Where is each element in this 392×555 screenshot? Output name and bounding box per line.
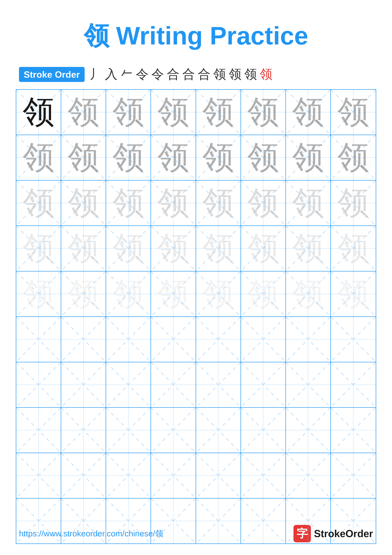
practice-char: 领 — [157, 96, 189, 128]
grid-cell[interactable]: 领 — [196, 271, 241, 316]
grid-cell[interactable]: 领 — [16, 226, 61, 271]
grid-cell[interactable] — [241, 362, 286, 407]
grid-cell[interactable] — [151, 362, 196, 407]
grid-row[interactable]: 领领领领领领领领 — [16, 135, 376, 181]
grid-cell[interactable]: 领 — [241, 226, 286, 271]
grid-cell[interactable]: 领 — [106, 135, 151, 180]
grid-cell[interactable]: 领 — [331, 90, 376, 135]
grid-cell[interactable]: 领 — [241, 271, 286, 316]
practice-char: 领 — [202, 142, 234, 173]
grid-cell[interactable]: 领 — [241, 181, 286, 226]
grid-cell[interactable] — [106, 317, 151, 362]
grid-cell[interactable] — [331, 362, 376, 407]
grid-cell[interactable]: 领 — [196, 181, 241, 226]
stroke-step-12: 领 — [260, 66, 272, 83]
grid-cell[interactable] — [151, 317, 196, 362]
grid-cell[interactable]: 领 — [196, 135, 241, 180]
grid-cell[interactable] — [196, 362, 241, 407]
grid-cell[interactable]: 领 — [286, 181, 331, 226]
grid-cell[interactable]: 领 — [106, 226, 151, 271]
grid-cell[interactable]: 领 — [106, 90, 151, 135]
grid-cell[interactable]: 领 — [241, 135, 286, 180]
grid-cell[interactable]: 领 — [151, 90, 196, 135]
grid-cell[interactable]: 领 — [16, 135, 61, 180]
grid-cell[interactable]: 领 — [61, 226, 106, 271]
cell-guide-lines — [196, 453, 241, 498]
cell-guide-lines — [151, 408, 195, 453]
grid-cell[interactable] — [331, 317, 376, 362]
grid-row[interactable] — [16, 317, 376, 362]
grid-cell[interactable]: 领 — [61, 90, 106, 135]
grid-cell[interactable] — [16, 453, 61, 498]
grid-cell[interactable] — [241, 453, 286, 498]
grid-row[interactable] — [16, 362, 376, 408]
grid-cell[interactable] — [106, 408, 151, 453]
grid-cell[interactable] — [151, 408, 196, 453]
grid-cell[interactable]: 领 — [61, 135, 106, 180]
practice-char: 领 — [247, 233, 279, 264]
grid-cell[interactable] — [196, 317, 241, 362]
grid-cell[interactable]: 领 — [286, 135, 331, 180]
grid-cell[interactable] — [331, 453, 376, 498]
grid-cell[interactable]: 领 — [61, 181, 106, 226]
stroke-step-1: 丿 — [89, 66, 102, 83]
grid-cell[interactable]: 领 — [196, 90, 241, 135]
grid-cell[interactable]: 领 — [241, 90, 286, 135]
grid-cell[interactable] — [16, 317, 61, 362]
grid-cell[interactable]: 领 — [331, 226, 376, 271]
practice-char: 领 — [337, 278, 369, 310]
grid-cell[interactable] — [61, 408, 106, 453]
grid-cell[interactable] — [61, 453, 106, 498]
grid-cell[interactable]: 领 — [61, 271, 106, 316]
grid-cell[interactable] — [196, 408, 241, 453]
grid-cell[interactable] — [151, 453, 196, 498]
grid-cell[interactable]: 领 — [286, 90, 331, 135]
grid-cell[interactable]: 领 — [331, 181, 376, 226]
cell-guide-lines — [286, 362, 330, 407]
grid-cell[interactable] — [331, 408, 376, 453]
grid-cell[interactable] — [106, 362, 151, 407]
grid-row[interactable]: 领领领领领领领领 — [16, 181, 376, 226]
stroke-sequence: 丿入𠂉令令合合合领领领领 — [89, 66, 272, 83]
grid-row[interactable]: 领领领领领领领领 — [16, 226, 376, 271]
grid-cell[interactable]: 领 — [286, 226, 331, 271]
grid-cell[interactable]: 领 — [286, 271, 331, 316]
cell-guide-lines — [151, 362, 195, 407]
grid-cell[interactable]: 领 — [331, 271, 376, 316]
grid-row[interactable] — [16, 408, 376, 453]
grid-cell[interactable] — [196, 453, 241, 498]
grid-cell[interactable]: 领 — [151, 271, 196, 316]
grid-row[interactable]: 领领领领领领领领 — [16, 271, 376, 317]
grid-cell[interactable] — [16, 362, 61, 407]
grid-cell[interactable] — [61, 362, 106, 407]
cell-guide-lines — [241, 362, 285, 407]
grid-cell[interactable]: 领 — [151, 226, 196, 271]
grid-cell[interactable] — [286, 408, 331, 453]
grid-cell[interactable] — [241, 317, 286, 362]
grid-cell[interactable]: 领 — [16, 181, 61, 226]
grid-cell[interactable] — [61, 317, 106, 362]
grid-cell[interactable]: 领 — [151, 135, 196, 180]
grid-cell[interactable]: 领 — [331, 135, 376, 180]
grid-row[interactable] — [16, 453, 376, 498]
cell-guide-lines — [61, 317, 106, 362]
grid-cell[interactable]: 领 — [16, 271, 61, 316]
grid-cell[interactable]: 领 — [106, 181, 151, 226]
grid-cell[interactable] — [106, 453, 151, 498]
practice-grid[interactable]: 领领领领领领领领领领领领领领领领领领领领领领领领领领领领领领领领领领领领领领领领 — [16, 89, 376, 544]
practice-char: 领 — [202, 187, 234, 219]
grid-cell[interactable]: 领 — [16, 90, 61, 135]
title-section: 领 Writing Practice — [0, 0, 392, 66]
footer: https://www.strokeorder.com/chinese/领 字 … — [0, 525, 392, 542]
grid-cell[interactable] — [241, 408, 286, 453]
grid-cell[interactable]: 领 — [196, 226, 241, 271]
grid-cell[interactable]: 领 — [151, 181, 196, 226]
grid-cell[interactable] — [286, 453, 331, 498]
page: 领 Writing Practice Stroke Order 丿入𠂉令令合合合… — [0, 0, 392, 555]
cell-guide-lines — [106, 362, 150, 407]
grid-cell[interactable] — [16, 408, 61, 453]
grid-row[interactable]: 领领领领领领领领 — [16, 90, 376, 135]
grid-cell[interactable]: 领 — [106, 271, 151, 316]
grid-cell[interactable] — [286, 317, 331, 362]
grid-cell[interactable] — [286, 362, 331, 407]
